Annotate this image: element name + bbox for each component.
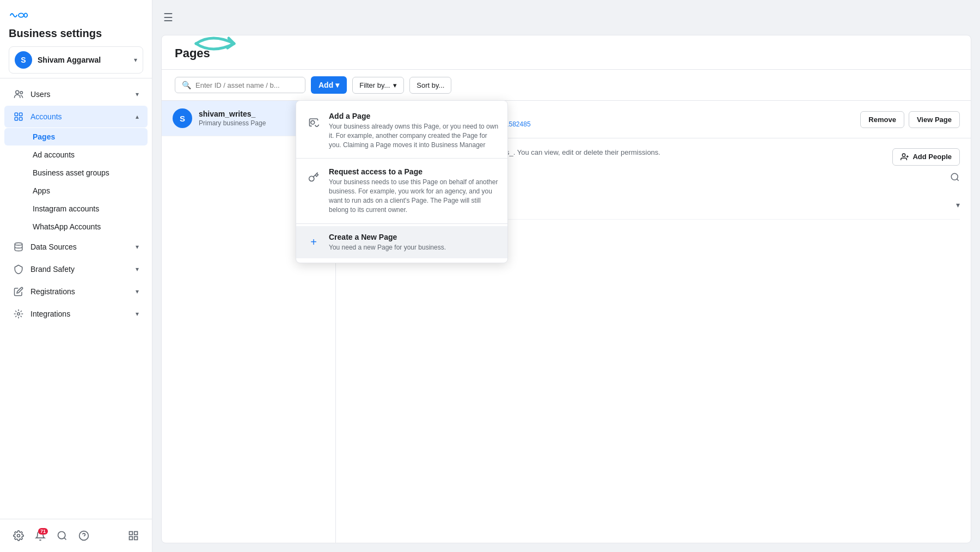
data-sources-chevron-icon: ▾ xyxy=(136,243,139,251)
search-input-wrapper: 🔍 xyxy=(175,77,305,93)
sidebar-item-integrations[interactable]: Integrations ▾ xyxy=(4,303,148,325)
instagram-accounts-label: Instagram accounts xyxy=(33,204,99,213)
add-dropdown-menu: Add a Page Your business already owns th… xyxy=(296,100,508,263)
svg-rect-6 xyxy=(15,118,17,120)
view-page-button[interactable]: View Page xyxy=(909,111,960,128)
accounts-chevron-icon: ▴ xyxy=(136,113,139,120)
add-button-label: Add xyxy=(318,81,333,89)
sidebar-item-accounts[interactable]: Accounts ▴ xyxy=(4,106,148,128)
notification-badge: 71 xyxy=(38,528,48,535)
plus-icon: + xyxy=(305,234,322,251)
registrations-icon xyxy=(13,286,24,297)
page-title: Pages xyxy=(175,46,210,60)
page-list: S shivam_writes_ Primary business Page S… xyxy=(162,101,971,543)
whatsapp-accounts-label: WhatsApp Accounts xyxy=(33,222,101,231)
activity-button[interactable] xyxy=(124,526,143,545)
business-asset-groups-label: Business asset groups xyxy=(33,168,109,177)
svg-rect-5 xyxy=(20,113,22,116)
brand-safety-chevron-icon: ▾ xyxy=(136,265,139,273)
svg-point-0 xyxy=(19,13,24,17)
claim-page-icon xyxy=(305,113,322,130)
page-item-avatar: S xyxy=(173,108,192,128)
sidebar-subitem-pages[interactable]: Pages xyxy=(4,128,148,145)
settings-button[interactable] xyxy=(9,526,28,545)
dropdown-item-add-page[interactable]: Add a Page Your business already owns th… xyxy=(296,105,507,156)
svg-point-2 xyxy=(16,90,19,94)
svg-rect-4 xyxy=(15,113,17,116)
svg-point-9 xyxy=(17,313,20,316)
users-icon xyxy=(13,89,24,100)
dropdown-item-add-page-title: Add a Page xyxy=(329,112,499,120)
users-chevron-icon: ▾ xyxy=(136,90,139,98)
dropdown-item-create-page[interactable]: + Create a New Page You need a new Page … xyxy=(296,226,507,259)
search-icon: 🔍 xyxy=(182,81,191,89)
meta-logo xyxy=(9,10,143,21)
dropdown-item-create-page-title: Create a New Page xyxy=(329,233,499,241)
top-bar: ☰ xyxy=(152,0,980,26)
ad-accounts-label: Ad accounts xyxy=(33,150,75,159)
help-button[interactable] xyxy=(74,526,94,545)
sidebar-subitem-apps[interactable]: Apps xyxy=(4,182,148,199)
search-input[interactable] xyxy=(195,81,298,89)
svg-rect-15 xyxy=(130,532,133,535)
notifications-button[interactable]: 71 xyxy=(30,526,50,545)
sidebar-item-data-sources[interactable]: Data Sources ▾ xyxy=(4,236,148,258)
svg-line-12 xyxy=(64,538,66,540)
filter-button[interactable]: Filter by... ▾ xyxy=(352,77,404,94)
brand-safety-icon xyxy=(13,264,24,275)
add-button-chevron-icon: ▾ xyxy=(335,81,339,89)
integrations-icon xyxy=(13,308,24,319)
svg-line-24 xyxy=(957,179,958,180)
add-people-button[interactable]: Add People xyxy=(892,148,960,166)
sidebar-header: Business settings S Shivam Aggarwal ▾ xyxy=(0,0,152,78)
dropdown-divider-1 xyxy=(296,158,507,159)
filter-chevron-icon: ▾ xyxy=(393,81,397,89)
add-button[interactable]: Add ▾ xyxy=(311,76,347,94)
dropdown-item-add-page-desc: Your business already owns this Page, or… xyxy=(329,122,499,149)
svg-rect-17 xyxy=(134,537,138,540)
registrations-chevron-icon: ▾ xyxy=(136,288,139,295)
request-access-icon xyxy=(305,168,322,186)
page-header: Pages xyxy=(162,35,971,70)
brand-safety-label: Brand Safety xyxy=(30,265,75,274)
sidebar-nav: Users ▾ Accounts ▴ Pages Ad accounts Bus… xyxy=(0,78,152,519)
sort-button-label: Sort by... xyxy=(416,81,444,89)
search-button[interactable] xyxy=(52,526,72,545)
detail-header-actions: Remove View Page xyxy=(860,111,960,128)
sidebar-subitem-whatsapp-accounts[interactable]: WhatsApp Accounts xyxy=(4,218,148,235)
svg-rect-7 xyxy=(20,118,22,120)
sidebar-item-registrations[interactable]: Registrations ▾ xyxy=(4,281,148,302)
people-search-icon[interactable] xyxy=(950,172,960,184)
account-selector[interactable]: S Shivam Aggarwal ▾ xyxy=(9,46,143,74)
page-container: Pages 🔍 Add ▾ Filter by... ▾ Sort by... xyxy=(161,35,971,543)
sidebar-item-brand-safety[interactable]: Brand Safety ▾ xyxy=(4,258,148,280)
apps-label: Apps xyxy=(33,186,50,195)
svg-point-1 xyxy=(24,13,27,17)
integrations-chevron-icon: ▾ xyxy=(136,310,139,318)
dropdown-item-request-access-desc: Your business needs to use this Page on … xyxy=(329,178,499,214)
meta-logo-icon xyxy=(9,10,28,21)
sidebar: Business settings S Shivam Aggarwal ▾ Us… xyxy=(0,0,152,552)
svg-point-23 xyxy=(951,173,958,180)
sidebar-subitem-ad-accounts[interactable]: Ad accounts xyxy=(4,146,148,163)
account-name: Shivam Aggarwal xyxy=(38,56,128,64)
sort-button[interactable]: Sort by... xyxy=(409,77,451,94)
pages-label: Pages xyxy=(33,132,55,141)
data-sources-label: Data Sources xyxy=(30,242,77,251)
dropdown-item-create-page-desc: You need a new Page for your business. xyxy=(329,243,499,252)
dropdown-item-request-access-content: Request access to a Page Your business n… xyxy=(329,167,499,214)
filter-button-label: Filter by... xyxy=(359,81,390,89)
account-avatar: S xyxy=(15,51,32,69)
sidebar-item-users[interactable]: Users ▾ xyxy=(4,83,148,105)
dropdown-item-create-page-content: Create a New Page You need a new Page fo… xyxy=(329,233,499,252)
integrations-label: Integrations xyxy=(30,310,70,318)
hamburger-button[interactable]: ☰ xyxy=(161,9,175,26)
remove-button[interactable]: Remove xyxy=(860,111,904,128)
svg-point-19 xyxy=(311,120,315,124)
sidebar-subitem-instagram-accounts[interactable]: Instagram accounts xyxy=(4,200,148,217)
business-settings-title: Business settings xyxy=(9,27,143,40)
svg-point-8 xyxy=(15,243,22,246)
dropdown-item-request-access[interactable]: Request access to a Page Your business n… xyxy=(296,161,507,221)
sidebar-footer: 71 xyxy=(0,519,152,552)
sidebar-subitem-business-asset-groups[interactable]: Business asset groups xyxy=(4,164,148,181)
